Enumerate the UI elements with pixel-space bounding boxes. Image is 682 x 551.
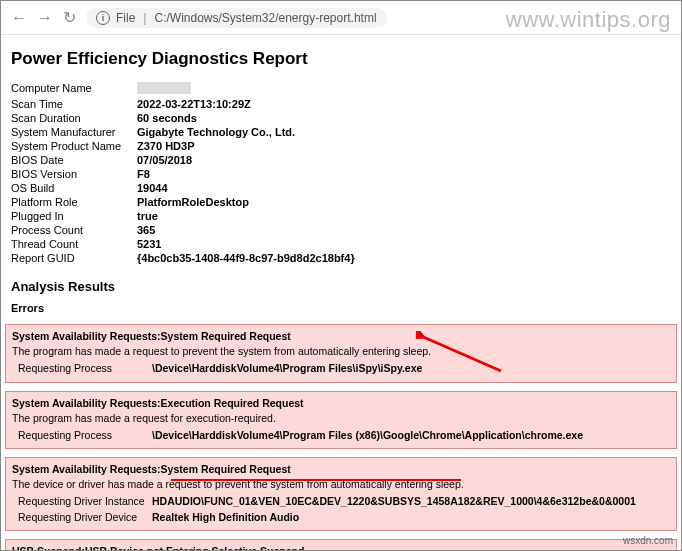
error-row-val: Realtek High Definition Audio: [152, 510, 299, 524]
info-icon: i: [96, 11, 110, 25]
error-panel: System Availability Requests:System Requ…: [5, 457, 677, 531]
error-row-key: Requesting Driver Device: [12, 510, 152, 524]
error-row-val: \Device\HarddiskVolume4\Program Files\iS…: [152, 361, 422, 375]
error-title: System Availability Requests:System Requ…: [12, 329, 670, 343]
system-info-table: Computer Name Scan Time2022-03-22T13:10:…: [11, 81, 355, 265]
info-key: Computer Name: [11, 81, 131, 97]
info-key: OS Build: [11, 181, 131, 195]
info-val: F8: [131, 167, 355, 181]
error-title: System Availability Requests:System Requ…: [12, 462, 670, 476]
info-val: 60 seconds: [131, 111, 355, 125]
error-desc: The device or driver has made a request …: [12, 477, 670, 491]
info-key: Scan Duration: [11, 111, 131, 125]
error-title: USB Suspend:USB Device not Entering Sele…: [12, 544, 670, 551]
info-val: Gigabyte Technology Co., Ltd.: [131, 125, 355, 139]
page-title: Power Efficiency Diagnostics Report: [11, 49, 671, 69]
info-key: BIOS Date: [11, 153, 131, 167]
error-row: Requesting Process\Device\HarddiskVolume…: [12, 428, 670, 442]
error-panel: USB Suspend:USB Device not Entering Sele…: [5, 539, 677, 551]
info-val: true: [131, 209, 355, 223]
error-row-key: Requesting Process: [12, 428, 152, 442]
error-row: Requesting Process\Device\HarddiskVolume…: [12, 361, 670, 375]
forward-icon[interactable]: →: [37, 9, 53, 27]
info-val: 2022-03-22T13:10:29Z: [131, 97, 355, 111]
error-row-val: \Device\HarddiskVolume4\Program Files (x…: [152, 428, 583, 442]
computer-name-redacted: [137, 82, 191, 94]
info-key: Report GUID: [11, 251, 131, 265]
info-val: 19044: [131, 181, 355, 195]
info-key: System Product Name: [11, 139, 131, 153]
address-bar[interactable]: i File | C:/Windows/System32/energy-repo…: [86, 8, 387, 28]
info-key: Platform Role: [11, 195, 131, 209]
file-path: C:/Windows/System32/energy-report.html: [154, 11, 376, 25]
reload-icon[interactable]: ↻: [63, 8, 76, 27]
error-row: Requesting Driver InstanceHDAUDIO\FUNC_0…: [12, 494, 670, 508]
report-body: Power Efficiency Diagnostics Report Comp…: [1, 35, 681, 551]
info-val: Z370 HD3P: [131, 139, 355, 153]
info-val: 365: [131, 223, 355, 237]
separator: |: [141, 11, 148, 25]
info-val: 07/05/2018: [131, 153, 355, 167]
info-key: Process Count: [11, 223, 131, 237]
error-desc: The program has made a request for execu…: [12, 411, 670, 425]
browser-toolbar: ← → ↻ i File | C:/Windows/System32/energ…: [1, 1, 681, 35]
error-row-key: Requesting Driver Instance: [12, 494, 152, 508]
error-row: Requesting Driver DeviceRealtek High Def…: [12, 510, 670, 524]
info-val: {4bc0cb35-1408-44f9-8c97-b9d8d2c18bf4}: [131, 251, 355, 265]
error-row-key: Requesting Process: [12, 361, 152, 375]
error-panel: System Availability Requests:System Requ…: [5, 324, 677, 383]
info-key: Scan Time: [11, 97, 131, 111]
file-scheme-label: File: [116, 11, 135, 25]
errors-heading: Errors: [11, 302, 671, 314]
info-val: 5231: [131, 237, 355, 251]
error-panel: System Availability Requests:Execution R…: [5, 391, 677, 450]
error-title: System Availability Requests:Execution R…: [12, 396, 670, 410]
info-key: BIOS Version: [11, 167, 131, 181]
analysis-heading: Analysis Results: [11, 279, 671, 294]
info-val: PlatformRoleDesktop: [131, 195, 355, 209]
info-key: System Manufacturer: [11, 125, 131, 139]
info-key: Plugged In: [11, 209, 131, 223]
credit: wsxdn.com: [623, 535, 673, 546]
error-desc: The program has made a request to preven…: [12, 344, 670, 358]
info-key: Thread Count: [11, 237, 131, 251]
error-row-val: HDAUDIO\FUNC_01&VEN_10EC&DEV_1220&SUBSYS…: [152, 494, 636, 508]
back-icon[interactable]: ←: [11, 9, 27, 27]
